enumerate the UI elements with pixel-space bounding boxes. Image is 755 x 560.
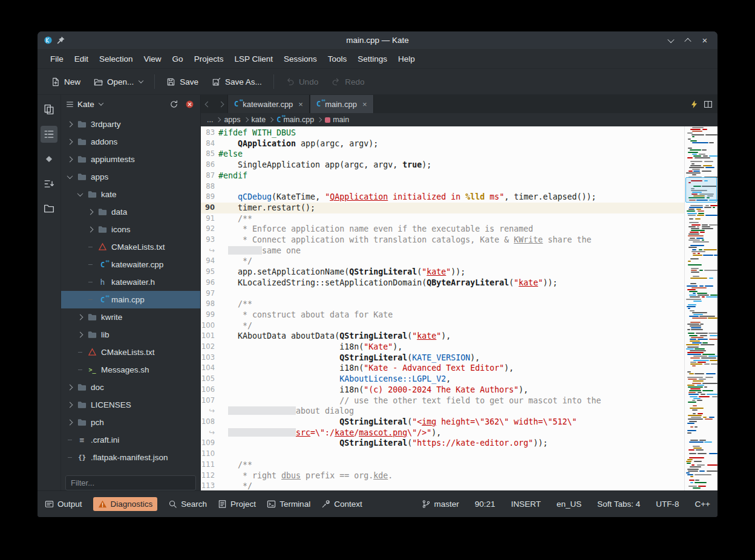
redo-button[interactable]: Redo [325, 73, 370, 91]
collapsed-chevron-icon[interactable] [66, 403, 73, 407]
refresh-project-button[interactable] [168, 98, 180, 110]
tree-item-katewaiter.h[interactable]: hkatewaiter.h [61, 273, 200, 291]
status-soft-tabs-4[interactable]: Soft Tabs: 4 [597, 500, 640, 509]
code-line[interactable]: 108 QStringLiteral("<img height=\"362\" … [201, 417, 684, 428]
code-line[interactable]: 107 // use the other text field to get o… [201, 396, 684, 406]
project-name[interactable]: Kate [77, 100, 94, 109]
status-project-button[interactable]: Project [218, 500, 256, 509]
tab-close-icon[interactable]: × [361, 100, 367, 109]
minimap-viewport[interactable] [685, 177, 717, 203]
close-button[interactable]: × [699, 35, 710, 46]
code-line[interactable]: 109 QStringLiteral("https://kate-editor.… [201, 438, 684, 449]
code-line[interactable]: 100 */ [201, 321, 684, 331]
code-area[interactable]: 83#ifdef WITH_DBUS84 QApplication app(ar… [201, 126, 684, 490]
collapsed-chevron-icon[interactable] [87, 227, 94, 232]
code-line[interactable]: 84 QApplication app(argc, argv); [201, 138, 684, 149]
breadcrumb-main.cpp[interactable]: Cmain.cpp [276, 116, 314, 124]
status-c++[interactable]: C++ [695, 500, 710, 509]
tree-item-kate[interactable]: kate [61, 186, 200, 203]
save-button[interactable]: Save [160, 73, 204, 91]
toolview-filesystem-button[interactable] [41, 200, 57, 217]
minimap-scrollbar[interactable] [684, 126, 717, 490]
code-line[interactable]: 86 SingleApplication app(argc, argv, tru… [201, 160, 684, 171]
breadcrumb-kate[interactable]: kate [252, 116, 266, 124]
menu-go[interactable]: Go [167, 51, 189, 67]
menu-edit[interactable]: Edit [69, 51, 94, 67]
tree-item-cmakelists.txt[interactable]: CMakeLists.txt [61, 343, 200, 361]
titlebar[interactable]: main.cpp — Kate × [38, 31, 717, 49]
tree-item-licenses[interactable]: LICENSES [61, 396, 200, 414]
code-line[interactable]: 99 * construct about data for Kate [201, 310, 684, 321]
code-line-current[interactable]: 90 timer.restart(); [201, 203, 684, 213]
menu-help[interactable]: Help [393, 51, 420, 67]
collapsed-chevron-icon[interactable] [66, 420, 73, 425]
collapsed-chevron-icon[interactable] [76, 333, 83, 337]
status-search-button[interactable]: Search [168, 500, 207, 509]
code-line[interactable]: 92 * Enforce application name even if th… [201, 224, 684, 235]
toolview-git-button[interactable] [41, 151, 57, 168]
tab-close-icon[interactable]: × [297, 100, 303, 109]
code-line[interactable]: 85#else [201, 149, 684, 160]
filter-input[interactable] [65, 475, 196, 490]
menu-view[interactable]: View [139, 51, 167, 67]
tree-item-doc[interactable]: doc [61, 379, 200, 396]
status-terminal-button[interactable]: Terminal [267, 500, 310, 509]
maximize-button[interactable] [682, 35, 693, 46]
breadcrumb-main[interactable]: main [325, 116, 349, 124]
save-as-button[interactable]: Save As... [206, 73, 268, 91]
tree-item-katewaiter.cpp[interactable]: Ckatewaiter.cpp [61, 256, 200, 273]
quick-actions-icon[interactable] [690, 100, 699, 109]
history-back-button[interactable] [201, 95, 214, 113]
code-line[interactable]: 106 i18n("(c) 2000-2024 The Kate Authors… [201, 385, 684, 396]
code-line[interactable]: 83#ifdef WITH_DBUS [201, 128, 684, 138]
code-line[interactable]: ↪src=\":/kate/mascot.png\"/>"), [201, 428, 684, 438]
breadcrumb-apps[interactable]: apps [224, 116, 240, 124]
code-line[interactable]: 111 /** [201, 460, 684, 470]
tree-item-icons[interactable]: icons [61, 221, 200, 238]
menu-tools[interactable]: Tools [322, 51, 353, 67]
code-line[interactable]: 98 /** [201, 299, 684, 310]
new-button[interactable]: New [45, 73, 87, 91]
code-line[interactable]: 95 app.setApplicationName(QStringLiteral… [201, 267, 684, 278]
menu-lsp-client[interactable]: LSP Client [229, 51, 278, 67]
tree-item-addons[interactable]: addons [61, 133, 200, 151]
menu-selection[interactable]: Selection [94, 51, 139, 67]
code-line[interactable]: 103 QStringLiteral(KATE_VERSION), [201, 353, 684, 363]
code-line[interactable]: ↪about dialog [201, 406, 684, 417]
code-line[interactable]: 91 /** [201, 213, 684, 224]
toolview-documents-button[interactable] [41, 101, 57, 118]
code-line[interactable]: 112 * right dbus prefix == org.kde. [201, 470, 684, 481]
status-en_us[interactable]: en_US [557, 500, 581, 509]
toolview-symbols-button[interactable] [41, 175, 57, 192]
undo-button[interactable]: Undo [279, 73, 324, 91]
expanded-chevron-icon[interactable] [76, 192, 83, 197]
code-line[interactable]: 97 [201, 288, 684, 299]
history-forward-button[interactable] [214, 95, 227, 113]
collapsed-chevron-icon[interactable] [76, 315, 83, 319]
collapsed-chevron-icon[interactable] [66, 122, 73, 126]
status-output-button[interactable]: Output [45, 500, 82, 509]
menu-settings[interactable]: Settings [352, 51, 393, 67]
code-line[interactable]: 104 i18n("Kate - Advanced Text Editor"), [201, 363, 684, 374]
collapsed-chevron-icon[interactable] [87, 210, 94, 214]
code-line[interactable]: 102 i18n("Kate"), [201, 342, 684, 353]
tab-main.cpp[interactable]: Cmain.cpp× [310, 95, 374, 113]
tree-item-lib[interactable]: lib [61, 326, 200, 343]
tree-item-appiumtests[interactable]: appiumtests [61, 151, 200, 168]
open-dropdown-chevron-icon[interactable] [139, 78, 143, 83]
close-project-button[interactable] [183, 98, 195, 110]
menu-projects[interactable]: Projects [189, 51, 229, 67]
code-line[interactable]: 101 KAboutData aboutData(QStringLiteral(… [201, 331, 684, 342]
collapsed-chevron-icon[interactable] [66, 140, 73, 144]
tree-item-.craft.ini[interactable]: ≡.craft.ini [61, 431, 200, 449]
tree-item-3rdparty[interactable]: 3rdparty [61, 116, 200, 133]
menu-sessions[interactable]: Sessions [278, 51, 322, 67]
status-master[interactable]: master [422, 500, 459, 509]
minimize-button[interactable] [665, 35, 676, 46]
code-line[interactable]: 113 */ [201, 481, 684, 490]
collapsed-chevron-icon[interactable] [66, 385, 73, 389]
tree-item-kwrite[interactable]: kwrite [61, 308, 200, 326]
code-line[interactable]: 89 qCDebug(KateTime, "QApplication initi… [201, 192, 684, 203]
tree-item-.flatpak-manifest.jso[interactable]: ≡.flatpak-manifest.jso [61, 466, 200, 472]
code-line[interactable]: ↪same one [201, 246, 684, 256]
